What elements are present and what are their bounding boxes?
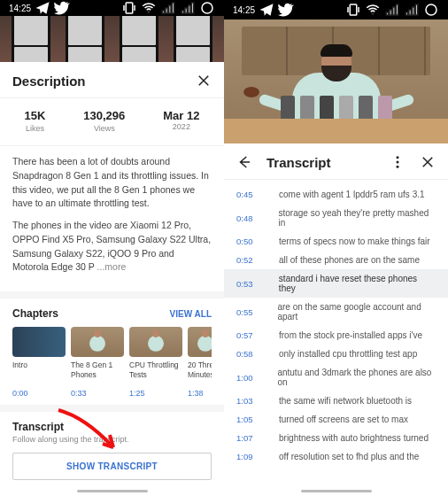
svg-point-1: [148, 12, 150, 13]
transcript-row[interactable]: 1:00antutu and 3dmark the phones are als…: [224, 363, 448, 391]
phone-left-description: 14:25 Description 15K Likes: [0, 0, 224, 496]
chapter-thumb: [188, 327, 212, 357]
transcript-time: 0:57: [236, 330, 265, 340]
transcript-list[interactable]: 0:45come with agent 1 lpddr5 ram ufs 3.1…: [224, 180, 448, 496]
transcript-text: brightness with auto brightness turned: [279, 433, 429, 443]
telegram-icon: [259, 2, 274, 18]
video-player[interactable]: [224, 19, 448, 143]
vibrate-icon: [345, 2, 361, 18]
wifi-icon: [365, 2, 381, 18]
description-sheet-header: Description: [0, 62, 224, 98]
description-text: There has been a lot of doubts around Sn…: [0, 146, 224, 298]
svg-rect-3: [350, 4, 357, 15]
vibrate-icon: [121, 0, 137, 16]
stat-likes: 15K Likes: [24, 109, 45, 133]
transcript-time: 0:55: [236, 307, 263, 317]
transcript-text: terms of specs now to make things fair: [279, 236, 430, 246]
video-player[interactable]: [0, 16, 224, 62]
transcript-title: Transcript: [12, 421, 212, 433]
transcript-time: 0:58: [236, 349, 265, 359]
nav-pill[interactable]: [301, 490, 372, 492]
transcript-row[interactable]: 0:55are on the same google account and a…: [224, 298, 448, 326]
transcript-time: 1:09: [236, 452, 265, 461]
transcript-row[interactable]: 0:57from the stock pre-installed apps i'…: [224, 326, 448, 345]
transcript-row[interactable]: 0:53standard i have reset these phones t…: [224, 269, 448, 298]
transcript-time: 1:03: [236, 396, 265, 406]
status-bar: 14:25: [224, 0, 448, 19]
video-thumbnail-content: [0, 16, 224, 62]
transcript-text: off resolution set to fhd plus and the: [279, 452, 419, 461]
battery-icon: [423, 2, 439, 18]
transcript-time: 0:53: [236, 279, 265, 289]
signal-icon: [384, 2, 400, 18]
transcript-time: 1:00: [236, 373, 263, 383]
transcript-time: 0:48: [236, 213, 265, 223]
chapters-viewall[interactable]: VIEW ALL: [170, 309, 212, 319]
chapters-title: Chapters: [12, 307, 58, 320]
transcript-row[interactable]: 1:03the same wifi network bluetooth is: [224, 391, 448, 410]
show-transcript-button[interactable]: SHOW TRANSCRIPT: [12, 453, 212, 480]
transcript-time: 0:50: [236, 236, 265, 246]
more-link[interactable]: ...more: [97, 261, 127, 272]
battery-icon: [199, 0, 215, 16]
transcript-row[interactable]: 0:58only installed cpu throttling test a…: [224, 345, 448, 363]
close-icon[interactable]: [196, 73, 212, 89]
close-icon[interactable]: [420, 154, 436, 170]
chapter-thumb: [129, 327, 182, 357]
transcript-row[interactable]: 1:07brightness with auto brightness turn…: [224, 429, 448, 447]
transcript-time: 1:07: [236, 433, 265, 443]
transcript-text: come with agent 1 lpddr5 ram ufs 3.1: [279, 190, 425, 199]
stat-date: Mar 12 2022: [163, 109, 199, 133]
chapters-section: Chapters VIEW ALL Intro 0:00 The 8 Gen 1…: [0, 298, 224, 412]
signal2-icon: [180, 0, 196, 16]
transcript-section: Transcript Follow along using the transc…: [0, 412, 224, 496]
svg-point-7: [397, 161, 399, 164]
video-bg-desk: [224, 119, 448, 143]
transcript-row[interactable]: 1:05turned off screens are set to max: [224, 410, 448, 429]
wifi-icon: [141, 0, 157, 16]
transcript-text: turned off screens are set to max: [279, 415, 408, 424]
chapter-thumb: [12, 327, 66, 357]
transcript-text: are on the same google account and apart: [277, 302, 436, 322]
svg-rect-0: [126, 3, 133, 13]
transcript-text: only installed cpu throttling test app: [279, 349, 417, 359]
signal-icon: [160, 0, 176, 16]
status-time: 14:25: [233, 5, 255, 15]
chapter-item[interactable]: The 8 Gen 1 Phones 0:33: [71, 327, 124, 398]
status-bar: 14:25: [0, 0, 224, 16]
description-p1: There has been a lot of doubts around Sn…: [12, 155, 212, 211]
back-icon[interactable]: [236, 154, 252, 170]
svg-point-4: [372, 13, 374, 15]
more-icon[interactable]: [390, 154, 406, 170]
chapter-thumb: [71, 327, 124, 357]
svg-point-5: [426, 4, 436, 15]
telegram-icon: [35, 0, 50, 16]
transcript-text: from the stock pre-installed apps i've: [279, 330, 422, 340]
transcript-text: standard i have reset these phones they: [279, 274, 436, 293]
transcript-row[interactable]: 0:52all of these phones are on the same: [224, 251, 448, 269]
chapter-item[interactable]: 20 Thread Minutes 1:38: [188, 327, 212, 398]
transcript-row[interactable]: 0:45come with agent 1 lpddr5 ram ufs 3.1: [224, 185, 448, 204]
twitter-icon: [278, 2, 294, 18]
transcript-text: storage so yeah they're pretty mashed in: [279, 208, 436, 228]
svg-point-6: [397, 156, 399, 159]
stat-views: 130,296 Views: [83, 109, 125, 133]
chapter-item[interactable]: CPU Throttling Tests 1:25: [129, 327, 182, 398]
signal2-icon: [404, 2, 420, 18]
transcript-row[interactable]: 0:48storage so yeah they're pretty mashe…: [224, 204, 448, 232]
svg-point-8: [397, 166, 399, 168]
transcript-time: 1:05: [236, 415, 265, 424]
nav-pill[interactable]: [77, 490, 148, 492]
transcript-row[interactable]: 0:50terms of specs now to make things fa…: [224, 232, 448, 251]
transcript-sub: Follow along using the transcript.: [12, 435, 212, 444]
svg-point-2: [202, 3, 212, 13]
chapters-list[interactable]: Intro 0:00 The 8 Gen 1 Phones 0:33 CPU T…: [12, 327, 212, 398]
sheet-title: Description: [12, 74, 86, 89]
status-time: 14:25: [9, 4, 31, 13]
transcript-text: all of these phones are on the same: [279, 255, 420, 265]
sheet-title: Transcript: [266, 155, 331, 170]
twitter-icon: [54, 0, 70, 16]
transcript-row[interactable]: 1:09off resolution set to fhd plus and t…: [224, 447, 448, 466]
chapter-item[interactable]: Intro 0:00: [12, 327, 66, 398]
transcript-text: antutu and 3dmark the phones are also on: [277, 368, 436, 387]
